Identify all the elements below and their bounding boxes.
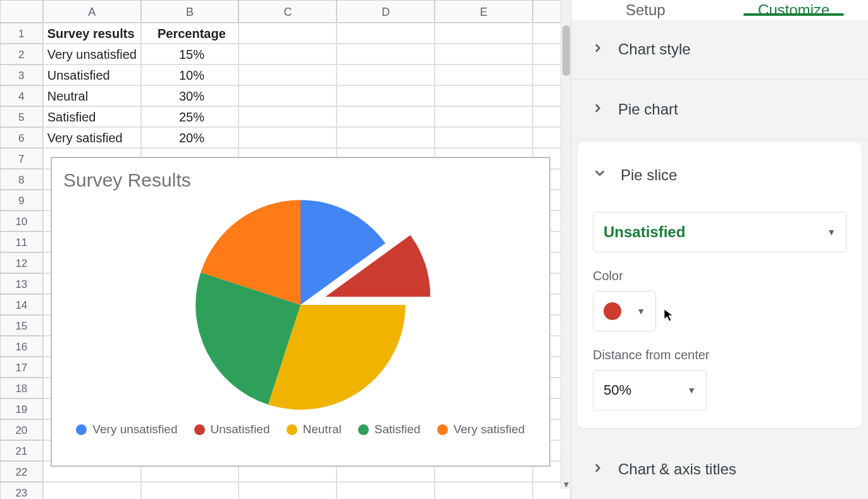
row-header[interactable]: 3 <box>0 65 43 85</box>
legend-dot-icon <box>358 424 369 435</box>
cell-C2[interactable] <box>239 44 337 65</box>
cell-D1[interactable] <box>337 23 435 44</box>
section-chart-style[interactable]: Chart style <box>571 20 868 80</box>
row-header[interactable]: 9 <box>0 190 43 211</box>
slice-color-dropdown[interactable]: ▼ <box>593 291 656 331</box>
row-header[interactable]: 2 <box>0 44 43 65</box>
cell-D4[interactable] <box>337 85 435 106</box>
cell-B6[interactable]: 20% <box>141 127 239 148</box>
dropdown-caret-icon: ▼ <box>687 385 696 395</box>
cell-A1[interactable]: Survey results <box>43 23 141 44</box>
row-header[interactable]: 23 <box>0 482 43 499</box>
row-header[interactable]: 16 <box>0 336 43 357</box>
embedded-chart[interactable]: Survey Results Very unsatisfiedUnsatisfi… <box>51 157 550 467</box>
row-header[interactable]: 1 <box>0 23 43 44</box>
section-pie-slice: Pie slice Unsatisfied ▼ Color ▼ Distance… <box>578 142 862 428</box>
cell-E4[interactable] <box>435 85 533 106</box>
row-header[interactable]: 21 <box>0 440 43 461</box>
row-header[interactable]: 19 <box>0 398 43 419</box>
spreadsheet-area[interactable]: A B C D E 1Survey resultsPercentage2Very… <box>0 0 571 499</box>
legend-item[interactable]: Very unsatisfied <box>76 422 177 436</box>
section-pie-slice-header[interactable]: Pie slice <box>593 155 846 195</box>
cell-D3[interactable] <box>337 65 435 85</box>
row-header[interactable]: 18 <box>0 378 43 398</box>
column-header-a[interactable]: A <box>43 0 141 23</box>
row[interactable]: 2Very unsatisfied15% <box>0 44 571 65</box>
row-header[interactable]: 20 <box>0 419 43 440</box>
row-header[interactable]: 8 <box>0 169 43 190</box>
cell-B3[interactable]: 10% <box>141 65 239 85</box>
row[interactable]: 23 <box>0 482 571 499</box>
row[interactable]: 1Survey resultsPercentage <box>0 23 571 44</box>
slice-select-dropdown[interactable]: Unsatisfied ▼ <box>593 212 846 252</box>
cell-A3[interactable]: Unsatisfied <box>43 65 141 85</box>
cell-E3[interactable] <box>435 65 533 85</box>
legend-label: Unsatisfied <box>211 422 270 436</box>
legend-item[interactable]: Neutral <box>287 422 342 436</box>
cell-D6[interactable] <box>337 127 435 148</box>
cell-E23[interactable] <box>435 482 533 499</box>
legend-item[interactable]: Unsatisfied <box>194 422 270 436</box>
tab-setup[interactable]: Setup <box>571 0 720 20</box>
column-header-c[interactable]: C <box>239 0 337 23</box>
tab-customize[interactable]: Customize <box>720 0 869 20</box>
row-header[interactable]: 11 <box>0 231 43 252</box>
cell-A5[interactable]: Satisfied <box>43 106 141 127</box>
cell-E5[interactable] <box>435 106 533 127</box>
column-header-d[interactable]: D <box>337 0 435 23</box>
cell-B2[interactable]: 15% <box>141 44 239 65</box>
column-header-e[interactable]: E <box>435 0 533 23</box>
cell-D2[interactable] <box>337 44 435 65</box>
cell-D5[interactable] <box>337 106 435 127</box>
row-header[interactable]: 5 <box>0 106 43 127</box>
cell-B23[interactable] <box>141 482 239 499</box>
cell-A23[interactable] <box>43 482 141 499</box>
legend-label: Very satisfied <box>454 422 525 436</box>
row-header[interactable]: 15 <box>0 315 43 336</box>
cell-C5[interactable] <box>239 106 337 127</box>
row-header[interactable]: 22 <box>0 461 43 482</box>
section-chart-axis-titles[interactable]: Chart & axis titles <box>571 440 868 499</box>
row-header[interactable]: 4 <box>0 85 43 106</box>
slice-distance-dropdown[interactable]: 50% ▼ <box>593 370 707 410</box>
cell-A4[interactable]: Neutral <box>43 85 141 106</box>
color-swatch <box>604 302 621 320</box>
row[interactable]: 3Unsatisfied10% <box>0 65 571 85</box>
legend-item[interactable]: Satisfied <box>358 422 421 436</box>
row-header[interactable]: 13 <box>0 273 43 294</box>
cell-E2[interactable] <box>435 44 533 65</box>
cell-B4[interactable]: 30% <box>141 85 239 106</box>
cell-C1[interactable] <box>239 23 337 44</box>
row[interactable]: 6Very satisfied20% <box>0 127 571 148</box>
legend-item[interactable]: Very satisfied <box>437 422 525 436</box>
vertical-scrollbar[interactable]: ▾ <box>561 0 571 489</box>
cell-E1[interactable] <box>435 23 533 44</box>
cell-C4[interactable] <box>239 85 337 106</box>
row-header[interactable]: 17 <box>0 357 43 378</box>
cell-C3[interactable] <box>239 65 337 85</box>
cell-C23[interactable] <box>239 482 337 499</box>
row[interactable]: 5Satisfied25% <box>0 106 571 127</box>
scroll-down-arrow-icon[interactable]: ▾ <box>561 479 571 489</box>
chart-editor-panel: Setup Customize Chart style Pie chart <box>571 0 868 499</box>
legend-dot-icon <box>437 424 448 435</box>
select-all-corner[interactable] <box>0 0 43 23</box>
cell-A2[interactable]: Very unsatisfied <box>43 44 141 65</box>
cell-D23[interactable] <box>337 482 435 499</box>
cell-E6[interactable] <box>435 127 533 148</box>
row-header[interactable]: 10 <box>0 211 43 231</box>
row-header[interactable]: 7 <box>0 148 43 169</box>
scrollbar-thumb[interactable] <box>562 25 570 76</box>
row-header[interactable]: 12 <box>0 252 43 273</box>
column-header-b[interactable]: B <box>141 0 239 23</box>
section-pie-chart[interactable]: Pie chart <box>571 80 868 140</box>
cell-A6[interactable]: Very satisfied <box>43 127 141 148</box>
cell-B5[interactable]: 25% <box>141 106 239 127</box>
cell-B1[interactable]: Percentage <box>141 23 239 44</box>
cell-C6[interactable] <box>239 127 337 148</box>
row-header[interactable]: 14 <box>0 294 43 315</box>
row[interactable]: 4Neutral30% <box>0 85 571 106</box>
row-header[interactable]: 6 <box>0 127 43 148</box>
legend-label: Satisfied <box>375 422 421 436</box>
chevron-down-icon <box>593 166 607 184</box>
